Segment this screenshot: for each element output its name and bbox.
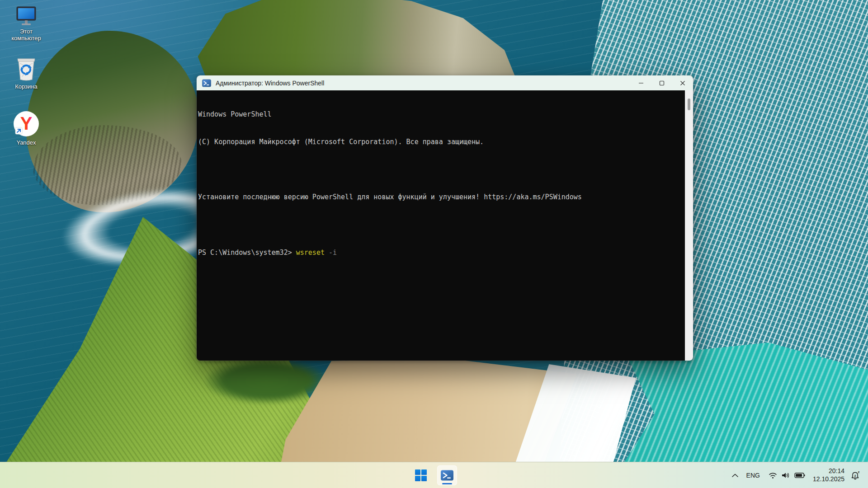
volume-icon (781, 472, 790, 479)
terminal-prompt: PS C:\Windows\system32> (198, 249, 296, 257)
terminal-line: (C) Корпорация Майкрософт (Microsoft Cor… (198, 137, 685, 146)
powershell-icon (202, 79, 211, 88)
desktop: Этот компьютер Корзина (0, 0, 868, 488)
system-tray: ENG 20:14 (728, 462, 864, 488)
desktop-icon-yandex[interactable]: Y Yandex (4, 110, 49, 146)
terminal-scrollbar[interactable] (685, 90, 693, 361)
recycle-bin-icon (16, 57, 37, 81)
svg-text:z: z (858, 470, 860, 473)
terminal-command: wsreset (296, 249, 325, 257)
start-button[interactable] (411, 465, 431, 485)
tray-date: 12.10.2025 (813, 475, 844, 483)
desktop-icon-label: Yandex (16, 139, 36, 146)
powershell-window: Администратор: Windows PowerShell Window… (197, 75, 693, 361)
desktop-icon-label: Корзина (15, 83, 38, 90)
window-titlebar[interactable]: Администратор: Windows PowerShell (197, 75, 693, 90)
terminal-prompt-line: PS C:\Windows\system32> wsreset -i (198, 248, 685, 257)
desktop-icon-this-pc[interactable]: Этот компьютер (4, 5, 49, 42)
desktop-icon-label: Этот компьютер (5, 28, 47, 42)
svg-text:z: z (854, 473, 856, 477)
yandex-browser-icon: Y (13, 110, 40, 137)
windows-start-icon (415, 469, 427, 481)
terminal-line (198, 165, 685, 174)
hidden-icons-chevron[interactable] (728, 466, 742, 484)
notification-center-button[interactable]: z z (848, 466, 864, 484)
tray-time: 20:14 (813, 467, 844, 475)
window-client-area: Windows PowerShell (C) Корпорация Майкро… (197, 90, 693, 361)
close-button[interactable] (672, 75, 693, 90)
wifi-icon (769, 472, 777, 479)
monitor-icon (15, 5, 38, 26)
taskbar: ENG 20:14 (0, 462, 868, 488)
do-not-disturb-bell-icon: z z (850, 470, 861, 481)
minimize-button[interactable] (631, 75, 651, 90)
battery-icon (794, 472, 805, 479)
network-volume-battery-button[interactable] (764, 466, 809, 484)
taskbar-app-powershell[interactable] (437, 465, 457, 485)
terminal-line (198, 221, 685, 230)
running-indicator (442, 483, 452, 484)
terminal-scrollbar-thumb[interactable] (688, 99, 690, 110)
window-controls (631, 75, 693, 90)
terminal-line: Windows PowerShell (198, 110, 685, 119)
desktop-icon-recycle-bin[interactable]: Корзина (4, 57, 49, 90)
terminal-output[interactable]: Windows PowerShell (C) Корпорация Майкро… (197, 90, 685, 361)
powershell-icon (440, 469, 454, 482)
maximize-button[interactable] (651, 75, 672, 90)
window-title: Администратор: Windows PowerShell (216, 80, 324, 87)
terminal-line: Установите последнюю версию PowerShell д… (198, 192, 685, 202)
language-indicator[interactable]: ENG (742, 466, 764, 484)
taskbar-clock[interactable]: 20:14 12.10.2025 (809, 467, 848, 483)
taskbar-center (411, 465, 457, 485)
terminal-argument: -i (325, 249, 337, 257)
